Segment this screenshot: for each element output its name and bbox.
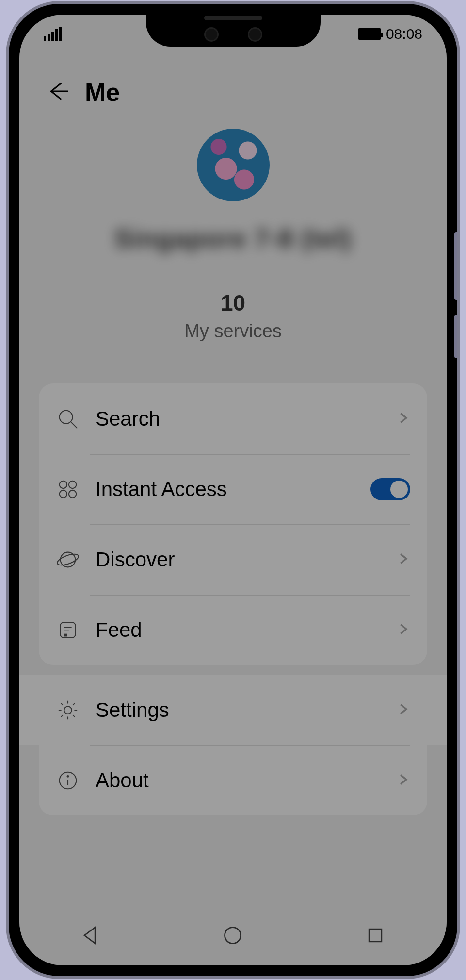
- row-label: Search: [96, 407, 397, 431]
- row-about[interactable]: About: [39, 745, 427, 815]
- search-icon: [56, 407, 80, 431]
- grid-icon: [56, 477, 80, 501]
- row-search[interactable]: Search: [39, 383, 427, 454]
- chevron-right-icon: [397, 702, 410, 718]
- svg-point-4: [69, 490, 76, 497]
- screen: 08:08 Me Singapore 7-8 (tel) 10 My servi…: [19, 15, 447, 965]
- status-time: 08:08: [386, 26, 422, 42]
- svg-point-12: [225, 928, 241, 944]
- power-button[interactable]: [454, 315, 459, 358]
- page-header: Me: [19, 70, 447, 114]
- row-settings[interactable]: Settings: [19, 675, 447, 745]
- svg-point-3: [60, 490, 67, 497]
- settings-group-2: Settings About: [39, 675, 427, 815]
- services-count[interactable]: 10: [221, 290, 245, 316]
- nav-recent-button[interactable]: [365, 925, 386, 948]
- planet-icon: [56, 548, 80, 572]
- row-instant-access[interactable]: Instant Access: [39, 454, 427, 524]
- username: Singapore 7-8 (tel): [114, 223, 352, 253]
- phone-frame: 08:08 Me Singapore 7-8 (tel) 10 My servi…: [6, 1, 460, 979]
- svg-rect-8: [64, 633, 67, 636]
- row-label: Feed: [96, 618, 397, 642]
- nav-back-button[interactable]: [80, 925, 101, 948]
- page-title: Me: [85, 78, 120, 107]
- chevron-right-icon: [397, 552, 410, 567]
- signal-icon: [44, 27, 62, 41]
- svg-point-6: [57, 552, 79, 567]
- svg-rect-7: [61, 622, 76, 637]
- svg-rect-13: [369, 929, 382, 942]
- row-feed[interactable]: Feed: [39, 595, 427, 665]
- nav-home-button[interactable]: [222, 925, 243, 948]
- profile-section: Singapore 7-8 (tel) 10 My services: [19, 129, 447, 342]
- row-label: Settings: [96, 698, 397, 722]
- row-label: About: [96, 769, 397, 792]
- row-label: Discover: [96, 548, 397, 571]
- avatar[interactable]: [197, 129, 270, 201]
- chevron-right-icon: [397, 411, 410, 427]
- battery-icon: [358, 28, 381, 40]
- svg-point-2: [69, 481, 76, 488]
- volume-button[interactable]: [454, 232, 459, 300]
- instant-access-toggle[interactable]: [370, 478, 410, 500]
- row-discover[interactable]: Discover: [39, 524, 427, 595]
- row-label: Instant Access: [96, 478, 370, 501]
- services-label: My services: [184, 321, 282, 342]
- chevron-right-icon: [397, 622, 410, 638]
- svg-point-1: [60, 481, 67, 488]
- notch: [146, 15, 321, 47]
- gear-icon: [56, 698, 80, 722]
- back-button[interactable]: [46, 79, 70, 105]
- svg-point-9: [64, 706, 71, 714]
- settings-group-1: Search Instant Access Discover: [39, 383, 427, 665]
- android-nav-bar: [19, 907, 447, 965]
- chevron-right-icon: [397, 773, 410, 788]
- svg-point-11: [67, 775, 69, 777]
- svg-point-0: [60, 410, 73, 423]
- feed-icon: [56, 618, 80, 642]
- info-icon: [56, 768, 80, 793]
